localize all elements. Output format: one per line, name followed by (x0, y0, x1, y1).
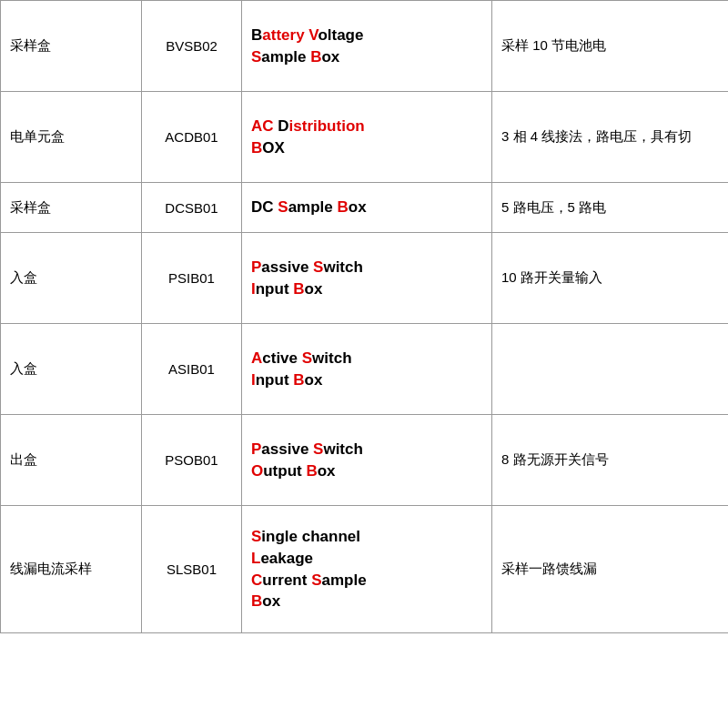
english-name: Passive Switch Input Box (242, 233, 492, 324)
description: 10 路开关量输入 (492, 233, 729, 324)
english-name: AC Distribution BOX (242, 92, 492, 183)
chinese-name: 采样盒 (1, 1, 142, 92)
table-row: 采样盒 DCSB01 DC Sample Box 5 路电压，5 路电 (1, 183, 729, 233)
chinese-name: 采样盒 (1, 183, 142, 233)
chinese-name: 入盒 (1, 324, 142, 415)
description: 3 相 4 线接法，路电压，具有切 (492, 92, 729, 183)
english-name: Single channel Leakage Current Sample Bo… (242, 506, 492, 633)
table-row: 出盒 PSOB01 Passive Switch Output Box 8 路无… (1, 415, 729, 506)
table-row: 采样盒 BVSB02 Battery Voltage Sample Box 采样… (1, 1, 729, 92)
description: 8 路无源开关信号 (492, 415, 729, 506)
description: 采样一路馈线漏 (492, 506, 729, 633)
chinese-name: 电单元盒 (1, 92, 142, 183)
description: 5 路电压，5 路电 (492, 183, 729, 233)
product-code: BVSB02 (142, 1, 242, 92)
table-row: 电单元盒 ACDB01 AC Distribution BOX 3 相 4 线接… (1, 92, 729, 183)
description (492, 324, 729, 415)
english-name: DC Sample Box (242, 183, 492, 233)
chinese-name: 入盒 (1, 233, 142, 324)
table-row: 入盒 PSIB01 Passive Switch Input Box 10 路开… (1, 233, 729, 324)
product-code: PSIB01 (142, 233, 242, 324)
product-code: SLSB01 (142, 506, 242, 633)
product-table: 采样盒 BVSB02 Battery Voltage Sample Box 采样… (0, 0, 728, 633)
product-code: ASIB01 (142, 324, 242, 415)
chinese-name: 线漏电流采样 (1, 506, 142, 633)
english-name: Passive Switch Output Box (242, 415, 492, 506)
product-code: DCSB01 (142, 183, 242, 233)
english-name: Battery Voltage Sample Box (242, 1, 492, 92)
english-name: Active Switch Input Box (242, 324, 492, 415)
product-code: ACDB01 (142, 92, 242, 183)
description: 采样 10 节电池电 (492, 1, 729, 92)
chinese-name: 出盒 (1, 415, 142, 506)
product-code: PSOB01 (142, 415, 242, 506)
table-row: 入盒 ASIB01 Active Switch Input Box (1, 324, 729, 415)
table-row: 线漏电流采样 SLSB01 Single channel Leakage Cur… (1, 506, 729, 633)
